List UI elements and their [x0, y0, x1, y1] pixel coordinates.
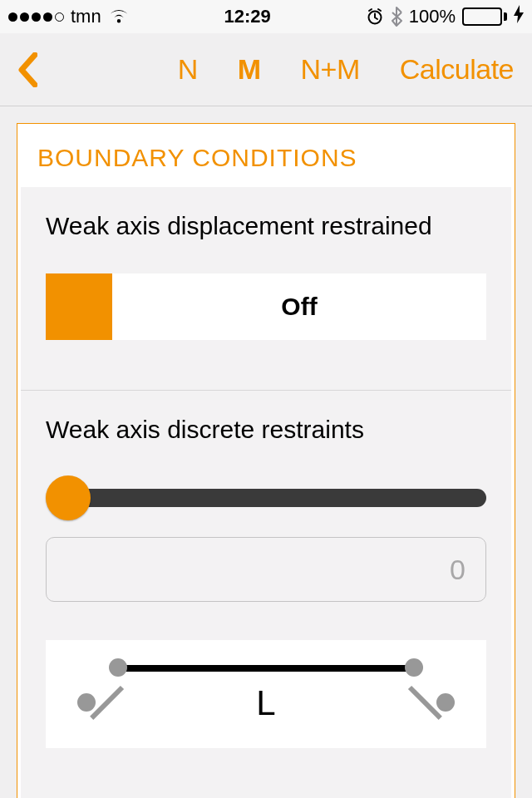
- slider-thumb[interactable]: [46, 475, 91, 520]
- node-top-left: [109, 658, 127, 677]
- carrier-label: tmn: [71, 6, 101, 27]
- settings-card: BOUNDARY CONDITIONS Weak axis displaceme…: [17, 123, 515, 798]
- setting-displacement-panel: Weak axis displacement restrained Off: [21, 187, 511, 390]
- status-bar: tmn 12:29 100%: [0, 0, 532, 33]
- displacement-toggle[interactable]: Off: [46, 273, 486, 340]
- battery-pct-label: 100%: [409, 6, 456, 27]
- nav-tabs: N M N+M Calculate: [48, 53, 522, 86]
- beam-diagram: L: [46, 640, 486, 748]
- tab-nm[interactable]: N+M: [301, 53, 360, 86]
- charging-icon: [514, 5, 524, 28]
- diagram-length-label: L: [46, 683, 486, 723]
- restraints-value-field[interactable]: 0: [46, 537, 486, 602]
- tab-calculate[interactable]: Calculate: [400, 53, 514, 86]
- node-top-right: [405, 658, 423, 677]
- status-left: tmn: [8, 6, 130, 27]
- slider-track: [62, 489, 486, 507]
- status-right: 100%: [366, 5, 524, 28]
- toggle-value-label: Off: [112, 273, 486, 340]
- battery-icon: [462, 7, 507, 26]
- restraints-value: 0: [450, 554, 466, 586]
- tab-m[interactable]: M: [238, 53, 261, 86]
- nav-bar: N M N+M Calculate: [0, 33, 532, 106]
- toggle-state-swatch: [46, 273, 112, 340]
- beam-line: [116, 665, 416, 672]
- back-button[interactable]: [15, 45, 40, 95]
- bluetooth-icon: [391, 7, 402, 27]
- section-title: BOUNDARY CONDITIONS: [17, 144, 515, 187]
- status-time: 12:29: [224, 6, 271, 27]
- restraints-slider[interactable]: [46, 477, 486, 519]
- restraints-label: Weak axis discrete restraints: [46, 416, 486, 444]
- wifi-icon: [108, 8, 130, 25]
- displacement-label: Weak axis displacement restrained: [46, 212, 486, 240]
- alarm-icon: [366, 7, 384, 26]
- tab-n[interactable]: N: [178, 53, 198, 86]
- setting-restraints-panel: Weak axis discrete restraints 0 L: [21, 391, 511, 798]
- signal-dots-icon: [8, 12, 64, 22]
